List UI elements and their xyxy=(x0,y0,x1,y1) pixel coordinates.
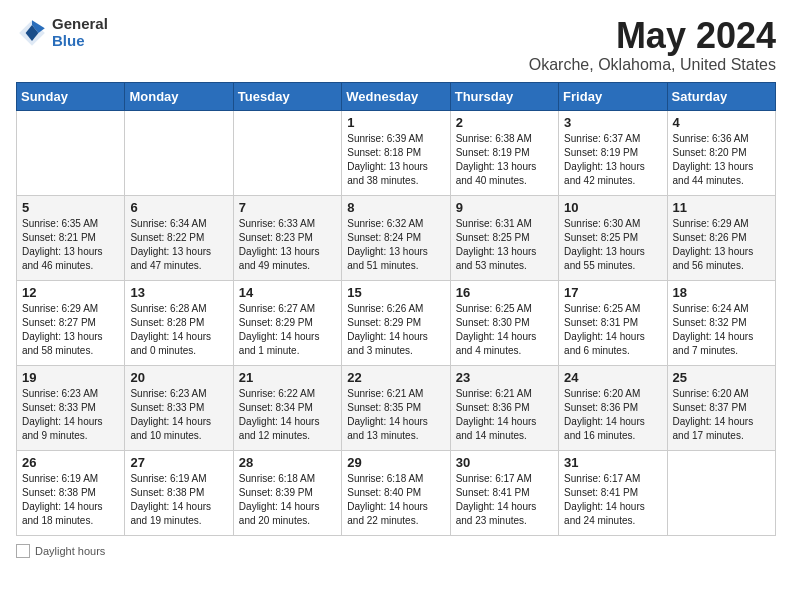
day-number: 4 xyxy=(673,115,770,130)
calendar-cell: 30Sunrise: 6:17 AM Sunset: 8:41 PM Dayli… xyxy=(450,450,558,535)
day-info: Sunrise: 6:31 AM Sunset: 8:25 PM Dayligh… xyxy=(456,217,553,273)
day-number: 16 xyxy=(456,285,553,300)
logo: General Blue xyxy=(16,16,108,49)
calendar-cell: 20Sunrise: 6:23 AM Sunset: 8:33 PM Dayli… xyxy=(125,365,233,450)
day-number: 26 xyxy=(22,455,119,470)
title-block: May 2024 Okarche, Oklahoma, United State… xyxy=(529,16,776,74)
calendar-cell: 29Sunrise: 6:18 AM Sunset: 8:40 PM Dayli… xyxy=(342,450,450,535)
week-row-3: 12Sunrise: 6:29 AM Sunset: 8:27 PM Dayli… xyxy=(17,280,776,365)
day-number: 19 xyxy=(22,370,119,385)
day-number: 30 xyxy=(456,455,553,470)
calendar-table: SundayMondayTuesdayWednesdayThursdayFrid… xyxy=(16,82,776,536)
week-row-1: 1Sunrise: 6:39 AM Sunset: 8:18 PM Daylig… xyxy=(17,110,776,195)
day-info: Sunrise: 6:25 AM Sunset: 8:31 PM Dayligh… xyxy=(564,302,661,358)
day-info: Sunrise: 6:26 AM Sunset: 8:29 PM Dayligh… xyxy=(347,302,444,358)
day-number: 17 xyxy=(564,285,661,300)
calendar-cell: 10Sunrise: 6:30 AM Sunset: 8:25 PM Dayli… xyxy=(559,195,667,280)
calendar-cell: 13Sunrise: 6:28 AM Sunset: 8:28 PM Dayli… xyxy=(125,280,233,365)
day-info: Sunrise: 6:20 AM Sunset: 8:37 PM Dayligh… xyxy=(673,387,770,443)
week-row-4: 19Sunrise: 6:23 AM Sunset: 8:33 PM Dayli… xyxy=(17,365,776,450)
day-number: 11 xyxy=(673,200,770,215)
location-title: Okarche, Oklahoma, United States xyxy=(529,56,776,74)
day-info: Sunrise: 6:24 AM Sunset: 8:32 PM Dayligh… xyxy=(673,302,770,358)
daylight-label: Daylight hours xyxy=(35,545,105,557)
day-info: Sunrise: 6:33 AM Sunset: 8:23 PM Dayligh… xyxy=(239,217,336,273)
day-info: Sunrise: 6:38 AM Sunset: 8:19 PM Dayligh… xyxy=(456,132,553,188)
day-info: Sunrise: 6:23 AM Sunset: 8:33 PM Dayligh… xyxy=(130,387,227,443)
calendar-cell: 17Sunrise: 6:25 AM Sunset: 8:31 PM Dayli… xyxy=(559,280,667,365)
calendar-cell: 26Sunrise: 6:19 AM Sunset: 8:38 PM Dayli… xyxy=(17,450,125,535)
calendar-cell xyxy=(667,450,775,535)
calendar-cell: 25Sunrise: 6:20 AM Sunset: 8:37 PM Dayli… xyxy=(667,365,775,450)
calendar-cell: 3Sunrise: 6:37 AM Sunset: 8:19 PM Daylig… xyxy=(559,110,667,195)
day-info: Sunrise: 6:20 AM Sunset: 8:36 PM Dayligh… xyxy=(564,387,661,443)
calendar-cell: 19Sunrise: 6:23 AM Sunset: 8:33 PM Dayli… xyxy=(17,365,125,450)
calendar-cell xyxy=(17,110,125,195)
weekday-header-saturday: Saturday xyxy=(667,82,775,110)
calendar-cell: 21Sunrise: 6:22 AM Sunset: 8:34 PM Dayli… xyxy=(233,365,341,450)
calendar-cell: 24Sunrise: 6:20 AM Sunset: 8:36 PM Dayli… xyxy=(559,365,667,450)
day-info: Sunrise: 6:18 AM Sunset: 8:39 PM Dayligh… xyxy=(239,472,336,528)
calendar-cell: 8Sunrise: 6:32 AM Sunset: 8:24 PM Daylig… xyxy=(342,195,450,280)
day-number: 3 xyxy=(564,115,661,130)
day-info: Sunrise: 6:27 AM Sunset: 8:29 PM Dayligh… xyxy=(239,302,336,358)
calendar-cell: 11Sunrise: 6:29 AM Sunset: 8:26 PM Dayli… xyxy=(667,195,775,280)
calendar-cell: 14Sunrise: 6:27 AM Sunset: 8:29 PM Dayli… xyxy=(233,280,341,365)
calendar-cell: 31Sunrise: 6:17 AM Sunset: 8:41 PM Dayli… xyxy=(559,450,667,535)
day-number: 20 xyxy=(130,370,227,385)
day-info: Sunrise: 6:19 AM Sunset: 8:38 PM Dayligh… xyxy=(130,472,227,528)
day-info: Sunrise: 6:34 AM Sunset: 8:22 PM Dayligh… xyxy=(130,217,227,273)
logo-icon xyxy=(16,17,48,49)
day-number: 31 xyxy=(564,455,661,470)
day-number: 28 xyxy=(239,455,336,470)
calendar-cell: 4Sunrise: 6:36 AM Sunset: 8:20 PM Daylig… xyxy=(667,110,775,195)
day-number: 2 xyxy=(456,115,553,130)
day-info: Sunrise: 6:23 AM Sunset: 8:33 PM Dayligh… xyxy=(22,387,119,443)
day-info: Sunrise: 6:25 AM Sunset: 8:30 PM Dayligh… xyxy=(456,302,553,358)
calendar-cell: 12Sunrise: 6:29 AM Sunset: 8:27 PM Dayli… xyxy=(17,280,125,365)
day-number: 27 xyxy=(130,455,227,470)
calendar-cell: 18Sunrise: 6:24 AM Sunset: 8:32 PM Dayli… xyxy=(667,280,775,365)
day-info: Sunrise: 6:21 AM Sunset: 8:36 PM Dayligh… xyxy=(456,387,553,443)
calendar-cell: 1Sunrise: 6:39 AM Sunset: 8:18 PM Daylig… xyxy=(342,110,450,195)
weekday-header-monday: Monday xyxy=(125,82,233,110)
calendar-cell: 5Sunrise: 6:35 AM Sunset: 8:21 PM Daylig… xyxy=(17,195,125,280)
day-info: Sunrise: 6:29 AM Sunset: 8:26 PM Dayligh… xyxy=(673,217,770,273)
calendar-cell: 23Sunrise: 6:21 AM Sunset: 8:36 PM Dayli… xyxy=(450,365,558,450)
calendar-cell: 16Sunrise: 6:25 AM Sunset: 8:30 PM Dayli… xyxy=(450,280,558,365)
day-info: Sunrise: 6:36 AM Sunset: 8:20 PM Dayligh… xyxy=(673,132,770,188)
day-info: Sunrise: 6:32 AM Sunset: 8:24 PM Dayligh… xyxy=(347,217,444,273)
weekday-header-wednesday: Wednesday xyxy=(342,82,450,110)
day-info: Sunrise: 6:28 AM Sunset: 8:28 PM Dayligh… xyxy=(130,302,227,358)
day-number: 6 xyxy=(130,200,227,215)
day-info: Sunrise: 6:37 AM Sunset: 8:19 PM Dayligh… xyxy=(564,132,661,188)
day-info: Sunrise: 6:17 AM Sunset: 8:41 PM Dayligh… xyxy=(456,472,553,528)
day-info: Sunrise: 6:22 AM Sunset: 8:34 PM Dayligh… xyxy=(239,387,336,443)
day-number: 8 xyxy=(347,200,444,215)
day-number: 7 xyxy=(239,200,336,215)
logo-text: General Blue xyxy=(52,16,108,49)
day-number: 10 xyxy=(564,200,661,215)
day-number: 21 xyxy=(239,370,336,385)
day-number: 9 xyxy=(456,200,553,215)
day-number: 5 xyxy=(22,200,119,215)
calendar-cell: 9Sunrise: 6:31 AM Sunset: 8:25 PM Daylig… xyxy=(450,195,558,280)
logo-blue-text: Blue xyxy=(52,33,108,50)
calendar-cell: 6Sunrise: 6:34 AM Sunset: 8:22 PM Daylig… xyxy=(125,195,233,280)
day-number: 18 xyxy=(673,285,770,300)
daylight-legend: Daylight hours xyxy=(16,544,105,558)
day-number: 25 xyxy=(673,370,770,385)
day-info: Sunrise: 6:17 AM Sunset: 8:41 PM Dayligh… xyxy=(564,472,661,528)
calendar-footer: Daylight hours xyxy=(16,544,776,558)
calendar-cell: 15Sunrise: 6:26 AM Sunset: 8:29 PM Dayli… xyxy=(342,280,450,365)
day-number: 15 xyxy=(347,285,444,300)
day-info: Sunrise: 6:35 AM Sunset: 8:21 PM Dayligh… xyxy=(22,217,119,273)
calendar-cell: 2Sunrise: 6:38 AM Sunset: 8:19 PM Daylig… xyxy=(450,110,558,195)
weekday-header-tuesday: Tuesday xyxy=(233,82,341,110)
day-number: 14 xyxy=(239,285,336,300)
week-row-5: 26Sunrise: 6:19 AM Sunset: 8:38 PM Dayli… xyxy=(17,450,776,535)
calendar-cell xyxy=(233,110,341,195)
month-title: May 2024 xyxy=(529,16,776,56)
week-row-2: 5Sunrise: 6:35 AM Sunset: 8:21 PM Daylig… xyxy=(17,195,776,280)
weekday-header-row: SundayMondayTuesdayWednesdayThursdayFrid… xyxy=(17,82,776,110)
